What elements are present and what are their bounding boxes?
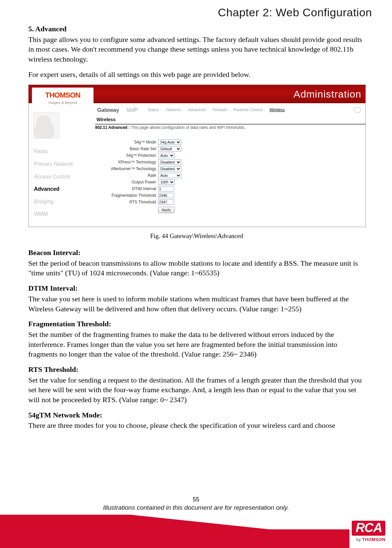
menu-bar: Gateway VoIP Status - Network - Advanced…: [95, 105, 365, 115]
select-54g-mode[interactable]: 54g Auto: [158, 139, 181, 145]
header-admin-label: Administration: [294, 88, 361, 101]
footer-by: by: [356, 537, 361, 542]
sidebar: Radio Primary Network Access Control Adv…: [29, 110, 95, 220]
sidebar-item-bridging[interactable]: Bridging: [29, 195, 95, 208]
label-rts: RTS Threshold: [98, 199, 158, 205]
menu-advanced[interactable]: Advanced -: [188, 107, 208, 113]
sidebar-item-primary-network[interactable]: Primary Network: [29, 158, 95, 170]
input-dtim[interactable]: [158, 186, 174, 191]
menu-wireless[interactable]: Wireless: [270, 107, 285, 113]
footer-illustration-note: Illustrations contained in this document…: [0, 504, 392, 511]
select-basic-rate[interactable]: Default: [158, 146, 181, 151]
tab-voip[interactable]: VoIP: [126, 107, 138, 114]
sidebar-item-radio[interactable]: Radio: [29, 145, 95, 158]
def-rts-title: RTS Threshold:: [28, 365, 365, 375]
rca-logo-block: RCA by THOMSON: [352, 521, 385, 542]
select-output-power[interactable]: 100%: [158, 179, 175, 185]
rca-logo: RCA: [352, 521, 385, 536]
label-dtim: DTIM Interval: [98, 186, 158, 191]
footer-wedge-base: [0, 529, 349, 548]
select-54g-protection[interactable]: Auto: [158, 153, 175, 158]
section-heading-advanced: 5. Advanced: [28, 24, 365, 34]
input-rts[interactable]: [158, 199, 174, 205]
def-frag-title: Fragmentation Threshold:: [28, 319, 365, 329]
desc-prefix: 802.11 Advanced :: [95, 125, 131, 130]
footer-thomson: THOMSON: [362, 537, 385, 542]
def-dtim-body: The value you set here is used to inform…: [28, 294, 365, 314]
sidebar-item-access-control[interactable]: Access Control: [29, 170, 95, 183]
def-dtim-title: DTIM Interval:: [28, 283, 365, 293]
label-afterburner: Afterburner™ Technology: [98, 166, 158, 171]
sub-header-wireless: Wireless: [95, 117, 365, 125]
select-rate[interactable]: Auto: [158, 173, 181, 178]
label-frag: Fragmentation Threshold: [98, 193, 158, 198]
avatar-image: [33, 113, 59, 138]
refresh-icon[interactable]: [354, 107, 361, 113]
tab-gateway[interactable]: Gateway: [97, 107, 119, 114]
label-54g-mode: 54g™ Mode: [98, 139, 158, 145]
label-rate: Rate: [98, 173, 158, 178]
apply-button[interactable]: Apply: [158, 207, 175, 213]
chapter-title: Chapter 2: Web Configuration: [218, 6, 372, 19]
settings-form: 54g™ Mode 54g Auto Basic Rate Set Defaul…: [98, 139, 181, 213]
page-number: 55: [0, 496, 392, 503]
page-description: 802.11 Advanced : This page allows confi…: [95, 125, 363, 130]
def-beacon-title: Beacon Interval:: [28, 248, 365, 258]
footer-byline: by THOMSON: [352, 537, 385, 542]
select-xpress[interactable]: Disabled: [158, 159, 181, 165]
sidebar-item-wmm[interactable]: WMM: [29, 208, 95, 220]
def-54g-title: 54gTM Network Mode:: [28, 410, 365, 420]
desc-body: This page allows configuration of data r…: [131, 125, 246, 130]
brand-logo: THOMSON images & beyond: [32, 88, 94, 108]
sidebar-item-advanced[interactable]: Advanced: [29, 183, 95, 195]
label-xpress: XPress™ Technology: [98, 159, 158, 165]
select-afterburner[interactable]: Disabled: [158, 166, 181, 171]
section-intro-p2: For expert users, details of all setting…: [28, 70, 365, 80]
brand-text: THOMSON: [32, 88, 94, 100]
def-beacon-body: Set the period of beacon transmissions t…: [28, 258, 365, 278]
def-rts-body: Set the value for sending a request to t…: [28, 375, 365, 405]
menu-status[interactable]: Status -: [148, 107, 161, 113]
menu-network[interactable]: Network -: [166, 107, 183, 113]
label-output-power: Output Power: [98, 179, 158, 185]
figure-screenshot: Administration THOMSON images & beyond G…: [28, 85, 366, 227]
def-frag-body: Set the number of the fragmenting frames…: [28, 330, 365, 359]
menu-firewall[interactable]: Firewall -: [213, 107, 229, 113]
input-frag[interactable]: [158, 193, 174, 198]
section-intro-p1: This page allows you to configure some a…: [28, 35, 365, 64]
menu-parental[interactable]: Parental Control -: [234, 107, 265, 113]
brand-subtext: images & beyond: [32, 100, 94, 105]
label-54g-protection: 54g™ Protection: [98, 153, 158, 158]
footer-band: RCA by THOMSON: [0, 513, 392, 548]
def-54g-body: There are three modes for you to choose,…: [28, 420, 365, 430]
label-basic-rate: Basic Rate Set: [98, 146, 158, 151]
figure-caption: Fig. 44 Gateway\Wireless\Advanced: [28, 232, 365, 240]
